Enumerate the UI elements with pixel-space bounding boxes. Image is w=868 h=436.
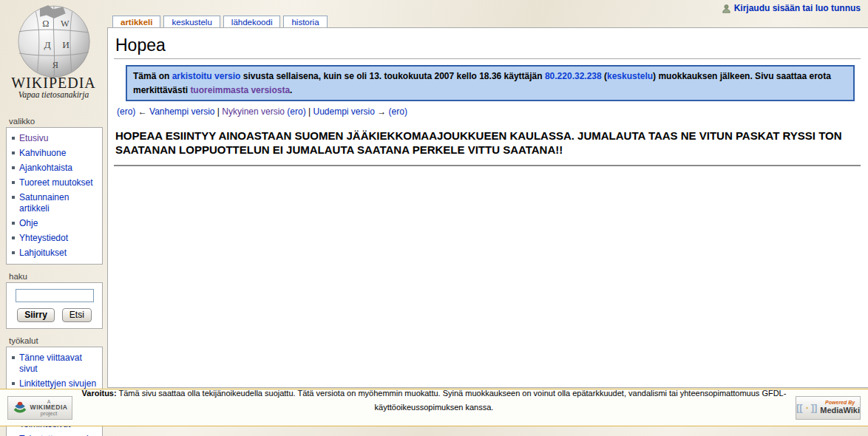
bullet-icon — [12, 382, 15, 385]
sidebar-item[interactable]: Yhteystiedot — [8, 231, 101, 245]
sunflower-icon — [806, 402, 808, 414]
sidebar-link[interactable]: Ajankohtaista — [19, 163, 72, 174]
wikimedia-badge-project: project — [30, 411, 68, 417]
notice-segment: keskustelu — [607, 71, 653, 81]
footer: A WIKIMEDIA project Varoitus: Tämä sivu … — [0, 389, 868, 426]
sidebar-item[interactable]: Ajankohtaista — [8, 160, 101, 175]
wikipedia-wordmark: WIKIPEDIA — [0, 75, 107, 90]
sidebar-link[interactable]: Yhteystiedot — [19, 233, 68, 244]
wikipedia-globe-icon: Ω W Д И Я — [13, 1, 95, 78]
footer-text: Varoitus: Tämä sivu saattaa olla tekijän… — [81, 386, 787, 428]
revnav-segment: (ero) — [117, 106, 135, 117]
revnav-segment: Uudempi versio — [313, 106, 375, 117]
sidebar-link[interactable]: Etusivu — [19, 133, 48, 144]
portlet-menu-title: valikko — [6, 117, 103, 126]
tab-label: lähdekoodi — [231, 18, 273, 27]
sidebar-link[interactable]: Satunnainen artikkeli — [19, 192, 101, 214]
bullet-icon — [12, 137, 15, 140]
svg-text:И: И — [62, 39, 69, 50]
sidebar-link[interactable]: Lahjoitukset — [19, 248, 67, 259]
portlet-search: haku Siirry Etsi — [6, 272, 103, 329]
sidebar-link[interactable]: Tänne viittaavat sivut — [19, 352, 101, 375]
revision-nav: (ero) ← Vanhempi versio | Nykyinen versi… — [117, 106, 861, 118]
bullet-icon — [12, 236, 15, 239]
personal-bar: Kirjaudu sisään tai luo tunnus — [722, 3, 861, 13]
revnav-segment: ← — [135, 106, 149, 117]
menu-list: Etusivu Kahvihuone Ajankohtaista Tuoreet… — [8, 131, 101, 260]
sidebar-item[interactable]: Etusivu — [8, 131, 101, 146]
portlet-tools-title: työkalut — [6, 336, 103, 345]
revnav-segment: Nykyinen versio — [222, 106, 285, 117]
wikipedia-logo[interactable]: Ω W Д И Я WIKIPEDIA Vapaa tietosanakirja — [0, 0, 107, 109]
mediawiki-badge[interactable]: [[ ]] Powered By MediaWiki — [796, 396, 861, 420]
svg-text:Д: Д — [44, 39, 50, 50]
wikimedia-logo-icon — [13, 400, 27, 416]
revnav-segment: | — [215, 106, 223, 117]
notice-segment: 80.220.32.238 — [545, 71, 602, 81]
search-input[interactable] — [16, 289, 94, 302]
footer-warning-text: Tämä sivu saattaa olla tekijänoikeudella… — [117, 389, 787, 412]
section-divider — [114, 165, 861, 166]
portlet-menu: valikko Etusivu Kahvihuone Ajankohtaista… — [6, 117, 103, 265]
mediawiki-bracket-left: [[ — [796, 402, 803, 413]
sidebar-link[interactable]: Kahvihuone — [19, 148, 66, 159]
mediawiki-powered-label: Powered By — [820, 400, 860, 406]
search-find-button[interactable]: Etsi — [62, 308, 92, 322]
sidebar-item[interactable]: Tuoreet muutokset — [8, 175, 101, 190]
sidebar-link[interactable]: Ohje — [19, 218, 38, 229]
mediawiki-bracket-right: ]] — [811, 402, 818, 413]
notice-segment: sivusta sellaisena, kuin se oli 13. touk… — [240, 71, 545, 81]
bullet-icon — [12, 181, 15, 184]
wikimedia-badge[interactable]: A WIKIMEDIA project — [7, 396, 72, 420]
bullet-icon — [12, 151, 15, 154]
sidebar-link[interactable]: Tulostettava versio — [19, 434, 93, 436]
footer-warning: Varoitus: Tämä sivu saattaa olla tekijän… — [81, 386, 787, 414]
archived-version-notice: Tämä on arkistoitu versio sivusta sellai… — [126, 65, 855, 101]
sidebar-item[interactable]: Lahjoitukset — [8, 245, 101, 260]
sidebar-item[interactable]: Satunnainen artikkeli — [8, 190, 101, 216]
sidebar-item[interactable]: Tulostettava versio — [8, 432, 101, 436]
notice-segment: arkistoitu versio — [172, 71, 241, 81]
notice-segment: Tämä on — [133, 71, 172, 81]
sidebar: Ω W Д И Я WIKIPEDIA Vapaa tietosanakirja… — [0, 0, 107, 436]
footer-links — [81, 415, 787, 429]
sidebar-item[interactable]: Kahvihuone — [8, 146, 101, 160]
portlet-search-title: haku — [6, 272, 103, 281]
sidebar-item[interactable]: Tänne viittaavat sivut — [8, 350, 101, 376]
revnav-segment: (ero) — [389, 106, 407, 117]
content-area: Hopea Tämä on arkistoitu versio sivusta … — [107, 27, 868, 388]
bullet-icon — [12, 222, 15, 225]
user-icon — [722, 4, 731, 13]
bullet-icon — [12, 196, 15, 199]
tab-label: artikkeli — [121, 18, 152, 27]
login-link[interactable]: Kirjaudu sisään tai luo tunnus — [734, 3, 861, 13]
svg-text:W: W — [60, 18, 69, 29]
sidebar-link[interactable]: Tuoreet muutokset — [19, 177, 93, 188]
bullet-icon — [12, 251, 15, 254]
page-title: Hopea — [114, 34, 861, 59]
revnav-segment: | — [306, 106, 313, 117]
revnav-segment: → — [375, 106, 389, 117]
notice-segment: . — [290, 85, 292, 95]
wikipedia-tagline: Vapaa tietosanakirja — [0, 90, 107, 99]
bullet-icon — [12, 356, 15, 359]
notice-segment: tuoreimmasta versiosta — [190, 85, 290, 95]
svg-text:Ω: Ω — [42, 18, 49, 29]
sidebar-item[interactable]: Ohje — [8, 216, 101, 231]
tab-label: keskustelu — [172, 18, 211, 27]
tab-label: historia — [291, 18, 319, 27]
notice-segment: ( — [602, 71, 607, 81]
footer-warning-label: Varoitus: — [82, 389, 117, 398]
mediawiki-name: MediaWiki — [820, 406, 860, 415]
revnav-segment: (ero) — [287, 106, 305, 117]
search-go-button[interactable]: Siirry — [17, 308, 55, 322]
svg-text:Я: Я — [52, 60, 58, 70]
revnav-segment: Vanhempi versio — [149, 106, 215, 117]
article-body-text: HOPEAA ESIINTYY AINOASTAAN SUOMEN JÄÄKIE… — [115, 129, 861, 157]
bullet-icon — [12, 166, 15, 169]
